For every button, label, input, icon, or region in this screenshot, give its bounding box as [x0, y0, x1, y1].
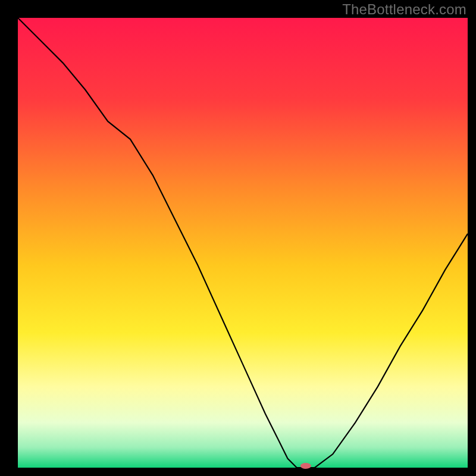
chart-frame: TheBottleneck.com	[0, 0, 476, 476]
plot-background	[18, 18, 468, 468]
bottleneck-chart	[0, 0, 476, 476]
optimum-marker	[300, 463, 311, 469]
